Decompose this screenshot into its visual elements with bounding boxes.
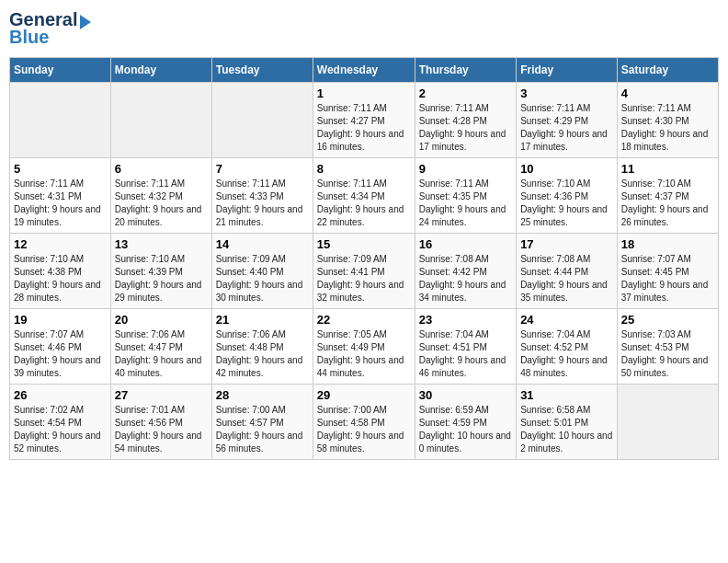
day-info: Sunrise: 7:10 AMSunset: 4:39 PMDaylight:… (115, 253, 208, 304)
day-number: 26 (14, 388, 107, 402)
day-number: 30 (419, 388, 512, 402)
day-number: 11 (621, 162, 714, 176)
col-header-wednesday: Wednesday (313, 58, 415, 83)
day-number: 24 (520, 313, 613, 327)
day-number: 3 (520, 86, 613, 100)
day-info: Sunrise: 7:00 AMSunset: 4:57 PMDaylight:… (216, 404, 309, 455)
table-row: 26Sunrise: 7:02 AMSunset: 4:54 PMDayligh… (10, 385, 111, 460)
day-info: Sunrise: 7:04 AMSunset: 4:52 PMDaylight:… (520, 328, 613, 380)
calendar-table: SundayMondayTuesdayWednesdayThursdayFrid… (9, 57, 719, 460)
logo-blue-text: Blue (9, 27, 49, 48)
day-number: 18 (621, 237, 714, 251)
day-number: 13 (115, 237, 208, 251)
table-row: 1Sunrise: 7:11 AMSunset: 4:27 PMDaylight… (313, 83, 415, 158)
day-info: Sunrise: 7:06 AMSunset: 4:48 PMDaylight:… (216, 328, 309, 380)
day-number: 14 (216, 237, 309, 251)
col-header-tuesday: Tuesday (211, 58, 313, 83)
table-row (617, 385, 718, 460)
day-info: Sunrise: 7:11 AMSunset: 4:31 PMDaylight:… (14, 178, 107, 229)
day-number: 16 (419, 237, 512, 251)
table-row (10, 83, 111, 158)
day-info: Sunrise: 6:59 AMSunset: 4:59 PMDaylight:… (419, 404, 512, 455)
day-number: 4 (621, 86, 714, 100)
table-row: 13Sunrise: 7:10 AMSunset: 4:39 PMDayligh… (110, 234, 211, 309)
day-number: 7 (216, 162, 309, 176)
table-row: 31Sunrise: 6:58 AMSunset: 5:01 PMDayligh… (517, 385, 618, 460)
table-row: 22Sunrise: 7:05 AMSunset: 4:49 PMDayligh… (313, 309, 415, 385)
table-row: 10Sunrise: 7:10 AMSunset: 4:36 PMDayligh… (517, 158, 618, 234)
day-number: 17 (520, 237, 613, 251)
day-number: 6 (115, 162, 208, 176)
day-number: 15 (317, 237, 411, 251)
day-number: 28 (216, 388, 309, 402)
table-row: 6Sunrise: 7:11 AMSunset: 4:32 PMDaylight… (110, 158, 211, 234)
day-info: Sunrise: 7:11 AMSunset: 4:30 PMDaylight:… (621, 102, 714, 154)
col-header-monday: Monday (110, 58, 211, 83)
table-row: 21Sunrise: 7:06 AMSunset: 4:48 PMDayligh… (211, 309, 313, 385)
table-row: 29Sunrise: 7:00 AMSunset: 4:58 PMDayligh… (313, 385, 415, 460)
day-number: 8 (317, 162, 411, 176)
table-row: 17Sunrise: 7:08 AMSunset: 4:44 PMDayligh… (517, 234, 618, 309)
day-number: 12 (14, 237, 107, 251)
day-number: 31 (520, 388, 613, 402)
table-row: 18Sunrise: 7:07 AMSunset: 4:45 PMDayligh… (617, 234, 718, 309)
day-info: Sunrise: 7:07 AMSunset: 4:45 PMDaylight:… (621, 253, 714, 304)
day-number: 25 (621, 313, 714, 327)
day-info: Sunrise: 7:06 AMSunset: 4:47 PMDaylight:… (115, 328, 208, 380)
table-row: 25Sunrise: 7:03 AMSunset: 4:53 PMDayligh… (617, 309, 718, 385)
table-row (211, 83, 313, 158)
day-info: Sunrise: 7:08 AMSunset: 4:44 PMDaylight:… (520, 253, 613, 304)
day-info: Sunrise: 7:09 AMSunset: 4:40 PMDaylight:… (216, 253, 309, 304)
table-row: 8Sunrise: 7:11 AMSunset: 4:34 PMDaylight… (313, 158, 415, 234)
table-row: 14Sunrise: 7:09 AMSunset: 4:40 PMDayligh… (211, 234, 313, 309)
day-number: 20 (115, 313, 208, 327)
col-header-sunday: Sunday (10, 58, 111, 83)
day-info: Sunrise: 7:10 AMSunset: 4:36 PMDaylight:… (520, 178, 613, 229)
day-info: Sunrise: 7:11 AMSunset: 4:34 PMDaylight:… (317, 178, 411, 229)
day-number: 9 (419, 162, 512, 176)
day-info: Sunrise: 7:10 AMSunset: 4:38 PMDaylight:… (14, 253, 107, 304)
day-info: Sunrise: 7:01 AMSunset: 4:56 PMDaylight:… (115, 404, 208, 455)
day-number: 1 (317, 86, 411, 100)
table-row: 7Sunrise: 7:11 AMSunset: 4:33 PMDaylight… (211, 158, 313, 234)
table-row: 5Sunrise: 7:11 AMSunset: 4:31 PMDaylight… (10, 158, 111, 234)
day-number: 22 (317, 313, 411, 327)
day-info: Sunrise: 7:11 AMSunset: 4:32 PMDaylight:… (115, 178, 208, 229)
day-info: Sunrise: 7:09 AMSunset: 4:41 PMDaylight:… (317, 253, 411, 304)
table-row: 4Sunrise: 7:11 AMSunset: 4:30 PMDaylight… (617, 83, 718, 158)
day-number: 5 (14, 162, 107, 176)
day-number: 27 (115, 388, 208, 402)
table-row: 2Sunrise: 7:11 AMSunset: 4:28 PMDaylight… (415, 83, 516, 158)
day-info: Sunrise: 7:03 AMSunset: 4:53 PMDaylight:… (621, 328, 714, 380)
day-info: Sunrise: 7:00 AMSunset: 4:58 PMDaylight:… (317, 404, 411, 455)
table-row: 11Sunrise: 7:10 AMSunset: 4:37 PMDayligh… (617, 158, 718, 234)
table-row: 24Sunrise: 7:04 AMSunset: 4:52 PMDayligh… (517, 309, 618, 385)
day-info: Sunrise: 7:04 AMSunset: 4:51 PMDaylight:… (419, 328, 512, 380)
table-row (110, 83, 211, 158)
table-row: 27Sunrise: 7:01 AMSunset: 4:56 PMDayligh… (110, 385, 211, 460)
day-number: 29 (317, 388, 411, 402)
day-info: Sunrise: 7:11 AMSunset: 4:33 PMDaylight:… (216, 178, 309, 229)
table-row: 9Sunrise: 7:11 AMSunset: 4:35 PMDaylight… (415, 158, 516, 234)
day-number: 2 (419, 86, 512, 100)
day-info: Sunrise: 7:07 AMSunset: 4:46 PMDaylight:… (14, 328, 107, 380)
day-info: Sunrise: 7:11 AMSunset: 4:28 PMDaylight:… (419, 102, 512, 154)
day-info: Sunrise: 7:08 AMSunset: 4:42 PMDaylight:… (419, 253, 512, 304)
table-row: 20Sunrise: 7:06 AMSunset: 4:47 PMDayligh… (110, 309, 211, 385)
col-header-friday: Friday (517, 58, 618, 83)
logo: General Blue (9, 9, 91, 48)
day-info: Sunrise: 6:58 AMSunset: 5:01 PMDaylight:… (520, 404, 613, 455)
table-row: 23Sunrise: 7:04 AMSunset: 4:51 PMDayligh… (415, 309, 516, 385)
table-row: 19Sunrise: 7:07 AMSunset: 4:46 PMDayligh… (10, 309, 111, 385)
table-row: 15Sunrise: 7:09 AMSunset: 4:41 PMDayligh… (313, 234, 415, 309)
day-info: Sunrise: 7:11 AMSunset: 4:29 PMDaylight:… (520, 102, 613, 154)
table-row: 28Sunrise: 7:00 AMSunset: 4:57 PMDayligh… (211, 385, 313, 460)
table-row: 12Sunrise: 7:10 AMSunset: 4:38 PMDayligh… (10, 234, 111, 309)
day-info: Sunrise: 7:02 AMSunset: 4:54 PMDaylight:… (14, 404, 107, 455)
day-info: Sunrise: 7:05 AMSunset: 4:49 PMDaylight:… (317, 328, 411, 380)
table-row: 30Sunrise: 6:59 AMSunset: 4:59 PMDayligh… (415, 385, 516, 460)
day-number: 21 (216, 313, 309, 327)
col-header-saturday: Saturday (617, 58, 718, 83)
table-row: 16Sunrise: 7:08 AMSunset: 4:42 PMDayligh… (415, 234, 516, 309)
page-header: General Blue (9, 9, 719, 48)
